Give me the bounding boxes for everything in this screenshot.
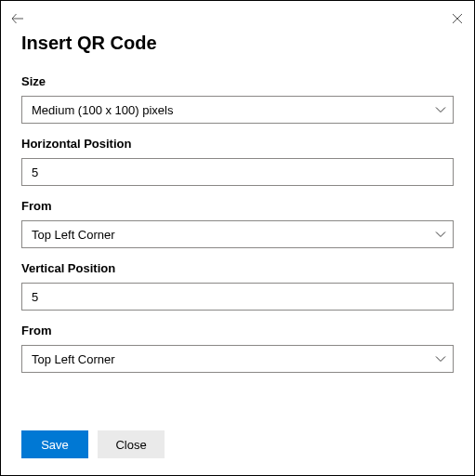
field-vertical-position: Vertical Position	[21, 261, 454, 311]
close-button[interactable]: Close	[98, 430, 165, 458]
save-button[interactable]: Save	[21, 430, 88, 458]
field-vertical-from: From	[21, 324, 454, 373]
horizontal-from-select-value[interactable]	[21, 220, 454, 248]
field-size: Size	[21, 74, 454, 124]
horizontal-position-label: Horizontal Position	[21, 137, 454, 151]
horizontal-from-select[interactable]	[21, 220, 454, 248]
vertical-from-select[interactable]	[21, 345, 454, 373]
horizontal-from-label: From	[21, 199, 454, 213]
size-select-value[interactable]	[21, 96, 454, 124]
back-icon[interactable]	[10, 11, 25, 26]
title-bar	[1, 1, 474, 29]
horizontal-position-input[interactable]	[21, 158, 454, 186]
dialog-title: Insert QR Code	[21, 33, 454, 54]
size-label: Size	[21, 74, 454, 88]
field-horizontal-position: Horizontal Position	[21, 137, 454, 186]
field-horizontal-from: From	[21, 199, 454, 248]
close-icon[interactable]	[450, 11, 465, 26]
dialog-content: Insert QR Code Size Horizontal Position …	[1, 29, 474, 373]
dialog-footer: Save Close	[21, 430, 165, 458]
vertical-position-input[interactable]	[21, 283, 454, 311]
vertical-from-select-value[interactable]	[21, 345, 454, 373]
vertical-position-label: Vertical Position	[21, 261, 454, 275]
size-select[interactable]	[21, 96, 454, 124]
vertical-from-label: From	[21, 324, 454, 337]
